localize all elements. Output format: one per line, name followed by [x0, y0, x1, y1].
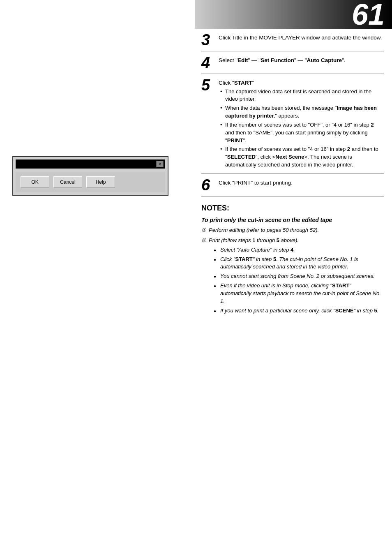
right-panel: 3 Click Title in the MOVIE PLAYER window… [197, 29, 388, 325]
notes-subitem-4: Even if the video unit is in Stop mode, … [213, 282, 384, 305]
notes-item-2: Print (follow steps 1 through 5 above). … [201, 237, 384, 315]
step-5-content: Click "START" The captured video data se… [219, 77, 384, 170]
dialog-box: × OK Cancel Help [12, 156, 168, 196]
notes-subtitle: To print only the cut-in scene on the ed… [201, 217, 384, 223]
step-6: 6 Click "PRINT" to start printing. [201, 174, 384, 196]
page-number: 61 [352, 0, 385, 29]
step-6-content: Click "PRINT" to start printing. [219, 177, 384, 188]
dialog-button-3[interactable]: Help [86, 176, 115, 188]
step-5-bullets: The captured video data set first is sea… [219, 88, 384, 169]
step-5-bullet-2: When the data has been stored, the messa… [219, 104, 384, 120]
step-5-bullet-3: If the number of scenes was set to "OFF"… [219, 121, 384, 145]
notes-subitems: Select "Auto Capture" in step 4. Click "… [209, 246, 384, 315]
notes-item-1: Perform editing (refer to pages 50 throu… [201, 226, 384, 234]
step-3-content: Click Title in the MOVIE PLAYER window a… [219, 32, 384, 43]
step-3-text: Click Title in the MOVIE PLAYER window a… [219, 34, 384, 42]
notes-title: NOTES: [201, 204, 384, 213]
step-5: 5 Click "START" The captured video data … [201, 74, 384, 174]
step-4: 4 Select "Edit" — "Set Function" — "Auto… [201, 51, 384, 74]
step-3-number: 3 [201, 32, 219, 48]
dialog-close-button[interactable]: × [156, 161, 164, 167]
step-5-bullet-4: If the number of scenes was set to "4 or… [219, 146, 384, 169]
notes-subitem-1: Select "Auto Capture" in step 4. [213, 246, 384, 254]
left-panel: × OK Cancel Help [12, 156, 189, 196]
step-4-number: 4 [201, 55, 219, 70]
step-4-text: Select "Edit" — "Set Function" — "Auto C… [219, 56, 384, 65]
step-6-number: 6 [201, 177, 219, 193]
step-4-content: Select "Edit" — "Set Function" — "Auto C… [219, 55, 384, 65]
step-5-label: Click "START" [219, 79, 384, 87]
step-5-bullet-1: The captured video data set first is sea… [219, 88, 384, 104]
notes-section: NOTES: To print only the cut-in scene on… [201, 204, 384, 314]
notes-list: Perform editing (refer to pages 50 throu… [201, 226, 384, 314]
dialog-body: OK Cancel Help [16, 172, 165, 192]
notes-subitem-3: You cannot start storing from Scene No. … [213, 273, 384, 280]
dialog-button-1[interactable]: OK [21, 176, 49, 188]
dialog-button-2[interactable]: Cancel [53, 176, 82, 188]
page-number-area: 61 [195, 0, 392, 29]
step-6-text: Click "PRINT" to start printing. [219, 179, 384, 187]
notes-subitem-5: If you want to print a particular scene … [213, 307, 384, 315]
notes-subitem-2: Click "START" in step 5. The cut-in poin… [213, 256, 384, 271]
step-5-number: 5 [201, 77, 219, 93]
step-3: 3 Click Title in the MOVIE PLAYER window… [201, 29, 384, 51]
dialog-titlebar: × [16, 159, 165, 169]
